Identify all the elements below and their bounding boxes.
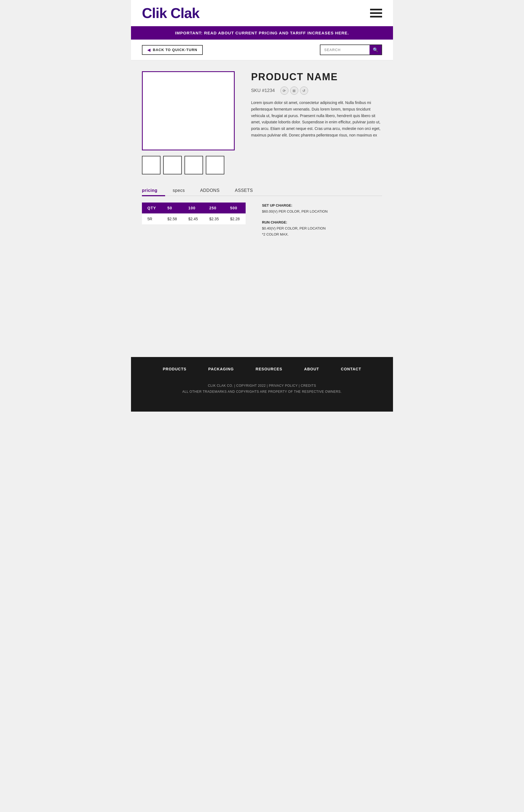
footer-link-packaging[interactable]: PACKAGING [208,367,234,371]
refresh-icon[interactable]: ↺ [300,86,308,95]
run-charge-label: RUN CHARGE: [262,220,327,225]
footer-link-resources[interactable]: RESOURCES [256,367,282,371]
announcement-text: IMPORTANT: READ ABOUT CURRENT PRICING AN… [175,31,349,35]
footer-trademark: ALL OTHER TRADEMARKS AND COPYRIGHTS ARE … [153,390,371,394]
hamburger-line-2 [370,12,382,14]
hamburger-menu-icon[interactable] [370,9,382,17]
main-content: PRODUCT NAME SKU #1234 ⟳ ⊞ ↺ Lorem ipsum… [131,60,393,335]
search-icon: 🔍 [373,48,378,52]
footer-link-contact[interactable]: CONTACT [341,367,361,371]
cell-price-50: $2.58 [162,213,183,224]
setup-charge-value: $60.00(V) PER COLOR, PER LOCATION [262,209,327,214]
cell-price-100: $2.45 [183,213,204,224]
thumbnail-3[interactable] [184,156,203,174]
header: Clik Clak [131,0,393,26]
info-column: PRODUCT NAME SKU #1234 ⟳ ⊞ ↺ Lorem ipsum… [251,71,382,139]
footer-copyright: CLIK CLAK CO. | COPYRIGHT 2022 | PRIVACY… [153,384,371,388]
cell-qty: 5R [142,213,162,224]
footer-links: PRODUCTS PACKAGING RESOURCES ABOUT CONTA… [142,367,382,371]
run-charge-block: RUN CHARGE: $0.40(V) PER COLOR, PER LOCA… [262,220,327,238]
cell-price-500: $2.28 [225,213,246,224]
col-header-100: 100 [183,202,204,213]
charges-column: SET UP CHARGE: $60.00(V) PER COLOR, PER … [262,202,327,242]
thumbnail-row [142,156,235,174]
thumbnail-1[interactable] [142,156,161,174]
hamburger-line-1 [370,9,382,10]
run-charge-note: *2 COLOR MAX. [262,231,327,238]
run-charge-value: $0.40(V) PER COLOR, PER LOCATION [262,225,327,231]
search-box: 🔍 [320,45,382,55]
main-product-image [142,71,235,150]
col-header-250: 250 [204,202,225,213]
footer-link-products[interactable]: PRODUCTS [163,367,187,371]
image-column [142,71,235,174]
announcement-bar[interactable]: IMPORTANT: READ ABOUT CURRENT PRICING AN… [131,26,393,39]
sku-text: SKU #1234 [251,88,275,93]
back-arrow-icon: ◀ [147,48,151,52]
tab-assets[interactable]: ASSETS [227,185,261,196]
sku-row: SKU #1234 ⟳ ⊞ ↺ [251,86,382,95]
share-icon[interactable]: ⟳ [280,86,289,95]
search-input[interactable] [321,46,370,54]
setup-charge-block: SET UP CHARGE: $60.00(V) PER COLOR, PER … [262,202,327,214]
table-row: 5R $2.58 $2.45 $2.35 $2.28 [142,213,246,224]
action-icons: ⟳ ⊞ ↺ [280,86,308,95]
pricing-table: QTY 50 100 250 500 5R $2.58 $2.45 $2.35 … [142,202,246,224]
col-header-qty: QTY [142,202,162,213]
pricing-section: QTY 50 100 250 500 5R $2.58 $2.45 $2.35 … [142,202,382,242]
back-to-quick-turn-button[interactable]: ◀ BACK TO QUICK-TURN [142,45,203,55]
thumbnail-4[interactable] [206,156,224,174]
site-logo[interactable]: Clik Clak [142,5,199,21]
footer-link-about[interactable]: ABOUT [304,367,319,371]
product-name: PRODUCT NAME [251,71,382,83]
tabs-row: pricing specs ADDONS ASSETS [142,185,382,196]
hamburger-line-3 [370,16,382,17]
content-spacer [142,242,382,324]
thumbnail-2[interactable] [163,156,182,174]
compare-icon[interactable]: ⊞ [290,86,298,95]
footer-nav: PRODUCTS PACKAGING RESOURCES ABOUT CONTA… [131,357,393,411]
nav-bar: ◀ BACK TO QUICK-TURN 🔍 [131,39,393,60]
product-section: PRODUCT NAME SKU #1234 ⟳ ⊞ ↺ Lorem ipsum… [142,71,382,174]
search-button[interactable]: 🔍 [370,45,381,54]
col-header-50: 50 [162,202,183,213]
tab-pricing[interactable]: pricing [142,185,165,196]
tab-specs[interactable]: specs [165,185,192,196]
cell-price-250: $2.35 [204,213,225,224]
back-button-label: BACK TO QUICK-TURN [153,48,197,52]
footer-bottom: CLIK CLAK CO. | COPYRIGHT 2022 | PRIVACY… [142,379,382,402]
tab-addons[interactable]: ADDONS [192,185,227,196]
product-description: Lorem ipsum dolor sit amet, consectetur … [251,100,382,139]
col-header-500: 500 [225,202,246,213]
tabs-section: pricing specs ADDONS ASSETS [142,185,382,196]
setup-charge-label: SET UP CHARGE: [262,202,327,209]
